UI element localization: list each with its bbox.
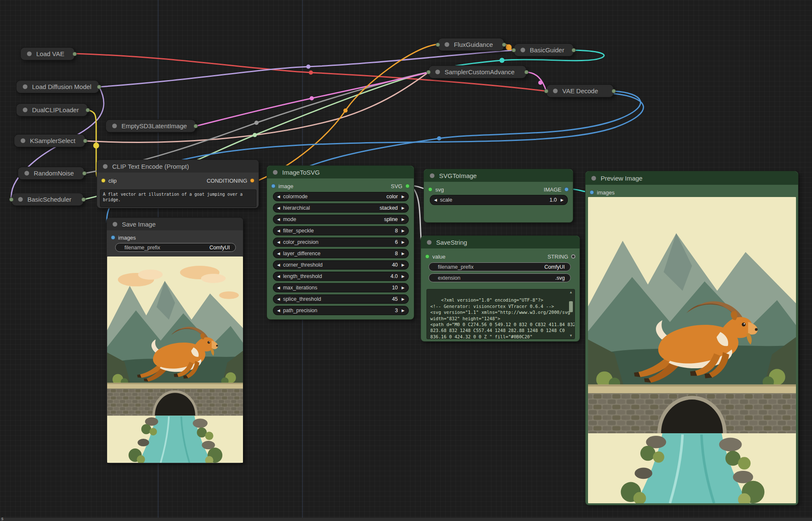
svg-output-textarea[interactable]: <?xml version="1.0" encoding="UTF-8"?> <… (426, 289, 575, 339)
widget-length-threshold[interactable]: ◀ length_threshold 4.0 ▶ (273, 272, 409, 281)
widget-scale[interactable]: ◀ scale 1.0 ▶ (430, 195, 568, 205)
node-titlebar[interactable]: CLIP Text Encode (Prompt) (97, 160, 259, 173)
node-flux-guidance[interactable]: FluxGuidance (438, 38, 504, 51)
collapse-dot[interactable] (21, 138, 25, 143)
increment-arrow[interactable]: ▶ (402, 309, 405, 313)
node-titlebar[interactable]: SVGToImage (424, 169, 573, 182)
increment-arrow[interactable]: ▶ (402, 218, 405, 221)
decrement-arrow[interactable]: ◀ (277, 286, 280, 290)
increment-arrow[interactable]: ▶ (402, 252, 405, 256)
widget-corner-threshold[interactable]: ◀ corner_threshold 40 ▶ (273, 260, 409, 270)
collapse-dot[interactable] (435, 70, 440, 74)
output-port[interactable] (97, 85, 101, 89)
collapse-dot[interactable] (103, 164, 108, 169)
decrement-arrow[interactable]: ◀ (277, 252, 280, 256)
svg-input-port[interactable] (428, 187, 432, 192)
output-port[interactable] (83, 139, 87, 143)
images-input-port[interactable] (111, 235, 115, 240)
increment-arrow[interactable]: ▶ (402, 240, 405, 244)
output-port[interactable] (86, 108, 90, 112)
collapse-dot[interactable] (553, 89, 558, 93)
value-input-port[interactable] (425, 254, 429, 259)
input-port[interactable] (426, 70, 431, 74)
node-image-to-svg[interactable]: ImageToSVG image SVG ◀ colormode color ▶… (267, 165, 414, 320)
widget-extension[interactable]: extension .svg (429, 273, 571, 282)
images-input-port[interactable] (590, 190, 594, 194)
output-port[interactable] (81, 197, 86, 202)
conditioning-output-port[interactable] (250, 178, 254, 183)
node-save-string[interactable]: SaveString value STRING filename_prefix … (421, 235, 580, 342)
node-preview-image[interactable]: Preview Image images (585, 171, 799, 505)
increment-arrow[interactable]: ▶ (402, 263, 405, 267)
increment-arrow[interactable]: ▶ (402, 206, 405, 210)
node-save-image[interactable]: Save Image images filename_prefix ComfyU… (106, 217, 243, 464)
increment-arrow[interactable]: ▶ (402, 275, 405, 278)
node-sampler-custom-advance[interactable]: SamplerCustomAdvance (429, 65, 526, 78)
widget-filename-prefix[interactable]: filename_prefix ComfyUI (115, 243, 236, 252)
decrement-arrow[interactable]: ◀ (277, 309, 280, 313)
node-basic-scheduler[interactable]: BasicScheduler (11, 193, 84, 206)
widget-max-iterations[interactable]: ◀ max_iterations 10 ▶ (273, 283, 409, 292)
decrement-arrow[interactable]: ◀ (277, 195, 280, 199)
output-port[interactable] (194, 124, 198, 128)
widget-splice-threshold[interactable]: ◀ splice_threshold 45 ▶ (273, 294, 409, 304)
widget-layer-difference[interactable]: ◀ layer_difference 8 ▶ (273, 249, 409, 258)
string-output-port[interactable] (571, 254, 575, 259)
node-titlebar[interactable]: Save Image (107, 218, 243, 230)
node-random-noise[interactable]: RandomNoise (18, 167, 84, 180)
input-port[interactable] (512, 48, 516, 52)
input-port[interactable] (9, 197, 13, 202)
prompt-textarea[interactable]: A flat vector art illustration of a goat… (100, 189, 256, 207)
node-ksampler-select[interactable]: KSamplerSelect (14, 134, 85, 147)
node-empty-sd3-latent-image[interactable]: EmptySD3LatentImage (105, 119, 196, 132)
node-basic-guider[interactable]: BasicGuider (514, 43, 574, 57)
decrement-arrow[interactable]: ◀ (277, 240, 280, 244)
node-titlebar[interactable]: ImageToSVG (267, 166, 414, 178)
scroll-down-icon[interactable]: ▼ (570, 334, 572, 338)
decrement-arrow[interactable]: ◀ (277, 263, 280, 267)
widget-filename-prefix[interactable]: filename_prefix ComfyUI (429, 262, 571, 271)
output-port[interactable] (82, 171, 86, 175)
decrement-arrow[interactable]: ◀ (277, 275, 280, 278)
output-port[interactable] (502, 43, 506, 47)
node-vae-decode[interactable]: VAE Decode (546, 84, 614, 97)
clip-input-port[interactable] (101, 178, 105, 183)
decrement-arrow[interactable]: ◀ (277, 297, 280, 301)
collapse-dot[interactable] (23, 84, 27, 89)
widget-color-precision[interactable]: ◀ color_precision 6 ▶ (273, 238, 409, 247)
collapse-dot[interactable] (430, 173, 434, 178)
node-titlebar[interactable]: Preview Image (585, 171, 798, 185)
output-port[interactable] (572, 48, 576, 52)
decrement-arrow[interactable]: ◀ (434, 198, 437, 202)
collapse-dot[interactable] (112, 124, 117, 128)
node-dual-clip-loader[interactable]: DualCLIPLoader (16, 103, 88, 116)
increment-arrow[interactable]: ▶ (402, 195, 405, 199)
collapse-dot[interactable] (18, 197, 23, 202)
decrement-arrow[interactable]: ◀ (277, 218, 280, 221)
image-output-port[interactable] (564, 187, 569, 192)
increment-arrow[interactable]: ▶ (402, 286, 405, 290)
decrement-arrow[interactable]: ◀ (277, 206, 280, 210)
output-port[interactable] (73, 52, 77, 56)
scrollbar-thumb[interactable] (569, 301, 573, 312)
scroll-up-icon[interactable]: ▲ (570, 290, 572, 294)
widget-hierarchical[interactable]: ◀ hierarchical stacked ▶ (273, 203, 409, 213)
increment-arrow[interactable]: ▶ (561, 198, 564, 202)
node-svg-to-image[interactable]: SVGToImage svg IMAGE ◀ scale 1.0 ▶ (424, 169, 573, 223)
collapse-dot[interactable] (427, 240, 432, 245)
collapse-dot[interactable] (27, 51, 32, 56)
image-input-port[interactable] (271, 184, 275, 188)
collapse-dot[interactable] (445, 42, 449, 47)
collapse-dot[interactable] (24, 171, 29, 175)
output-port[interactable] (612, 89, 616, 93)
decrement-arrow[interactable]: ◀ (277, 229, 280, 233)
input-port[interactable] (436, 43, 440, 47)
node-titlebar[interactable]: SaveString (421, 236, 580, 248)
node-clip-text-encode[interactable]: CLIP Text Encode (Prompt) clip CONDITION… (97, 159, 259, 208)
collapse-dot[interactable] (591, 176, 596, 181)
widget-filter-speckle[interactable]: ◀ filter_speckle 8 ▶ (273, 226, 409, 235)
increment-arrow[interactable]: ▶ (402, 297, 405, 301)
textarea-scrollbar[interactable]: ▲ ▼ (568, 290, 574, 338)
widget-colormode[interactable]: ◀ colormode color ▶ (273, 192, 409, 201)
collapse-dot[interactable] (273, 170, 278, 175)
